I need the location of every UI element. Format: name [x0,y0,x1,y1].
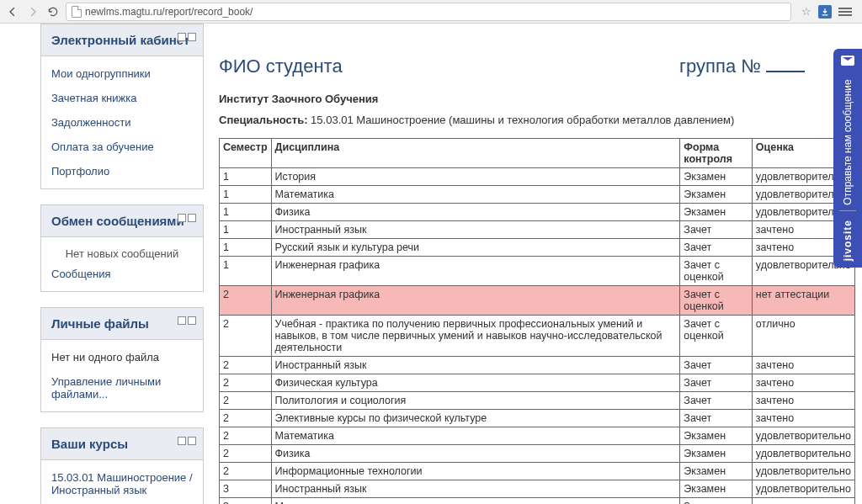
settings-icon[interactable] [188,316,196,325]
cell-form: Зачет [680,392,752,410]
institute-line: Институт Заочного Обучения [219,93,855,105]
sidebar-item-cabinet-3[interactable]: Оплата за обучение [41,135,203,159]
table-row: 3Иностранный языкЭкзаменудовлетворительн… [220,480,855,498]
cell-form: Экзамен [680,480,752,498]
browser-toolbar: ☆ [0,0,862,24]
cell-disc: Физика [271,204,680,221]
table-row: 1Русский язык и культура речиЗачетзачтен… [220,239,855,257]
forward-button[interactable] [25,4,40,19]
block-cabinet-title: Электронный кабинет [41,24,203,56]
table-row: 2ФизикаЭкзаменудовлетворительно [220,445,855,463]
col-semester: Семестр [220,139,272,168]
jivosite-tab[interactable]: jivosite Отправьте нам сообщение [833,49,862,268]
cell-form: Зачет [680,410,752,427]
page-icon [72,6,82,18]
block-files-title: Личные файлы [41,308,203,340]
reload-button[interactable] [45,4,61,19]
cell-form: Зачет [680,498,752,505]
cell-grade: зачтено [752,357,854,374]
cell-disc: Русский язык и культура речи [271,239,680,257]
sidebar-item-cabinet-4[interactable]: Портфолио [41,159,203,183]
messages-link[interactable]: Сообщения [41,262,203,286]
address-bar[interactable] [66,3,791,21]
cell-disc: Элективные курсы по физической культуре [271,410,680,427]
speciality-line: Специальность: 15.03.01 Машиностроение (… [219,114,855,126]
cell-grade: удовлетворительно [752,427,854,445]
cell-sem: 2 [220,427,272,445]
no-files-text: Нет ни одного файла [41,345,203,369]
cell-form: Экзамен [680,168,752,186]
sidebar-item-cabinet-1[interactable]: Зачетная книжка [41,86,203,110]
table-row: 1Иностранный языкЗачетзачтено [220,221,855,239]
cell-sem: 1 [220,221,272,239]
block-messages: Обмен сообщениями Нет новых сообщений Со… [40,204,204,292]
no-messages-text: Нет новых сообщений [41,242,203,262]
cell-form: Зачет [680,357,752,374]
group-label: группа № [679,56,805,77]
jivosite-brand: jivosite [842,220,854,261]
cell-form: Зачет [680,239,752,257]
mail-icon [841,56,854,66]
settings-icon[interactable] [188,33,196,41]
cell-sem: 1 [220,204,272,221]
main-content: ФИО студента группа № Институт Заочного … [210,24,862,504]
table-row: 3МатематикаЗачетзачтено [220,498,855,505]
table-row: 2Информационные технологииЭкзаменудовлет… [220,463,855,480]
cell-sem: 2 [220,410,272,427]
table-row: 2Инженерная графикаЗачет с оценкойнет ат… [220,286,855,316]
cell-grade: удовлетворительно [752,463,854,480]
back-button[interactable] [5,4,20,19]
cell-grade: зачтено [752,410,854,427]
block-files: Личные файлы Нет ни одного файла Управле… [40,307,204,412]
cell-form: Экзамен [680,427,752,445]
cell-sem: 2 [220,286,272,316]
jivosite-text: Отправьте нам сообщение [842,66,854,205]
cell-disc: Инженерная графика [271,257,680,286]
collapse-icon[interactable] [178,214,186,222]
url-input[interactable] [85,6,785,18]
cell-sem: 2 [220,374,272,392]
table-row: 2Учебная - практика по получению первичн… [220,316,855,357]
table-row: 1Инженерная графикаЗачет с оценкойудовле… [220,257,855,286]
cell-grade: зачтено [752,392,854,410]
cell-disc: Иностранный язык [271,221,680,239]
cell-sem: 2 [220,392,272,410]
cell-form: Зачет [680,374,752,392]
collapse-icon[interactable] [178,437,186,445]
cell-form: Зачет [680,221,752,239]
cell-form: Зачет с оценкой [680,316,752,357]
cell-sem: 2 [220,357,272,374]
manage-files-link[interactable]: Управление личными файлами... [41,369,203,406]
sidebar-item-cabinet-2[interactable]: Задолженности [41,110,203,135]
grades-table: Семестр Дисциплина Форма контроля Оценка… [219,138,855,504]
cell-sem: 2 [220,463,272,480]
bookmark-star-icon[interactable]: ☆ [801,5,811,18]
hamburger-menu-icon[interactable] [838,8,852,16]
cell-form: Экзамен [680,186,752,204]
sidebar-item-cabinet-0[interactable]: Мои одногруппники [41,61,203,86]
cell-grade: отлично [752,316,854,357]
cell-sem: 3 [220,498,272,505]
sidebar: Электронный кабинет Мои одногруппникиЗач… [0,24,210,504]
download-icon[interactable] [818,5,832,19]
table-row: 2Физическая культураЗачетзачтено [220,374,855,392]
settings-icon[interactable] [188,437,196,445]
cell-disc: Математика [271,498,680,505]
cell-form: Экзамен [680,463,752,480]
cell-disc: Учебная - практика по получению первичны… [271,316,680,357]
cell-disc: Математика [271,186,680,204]
cell-sem: 1 [220,186,272,204]
table-row: 2Элективные курсы по физической культуре… [220,410,855,427]
cell-sem: 1 [220,239,272,257]
cell-grade: зачтено [752,374,854,392]
col-discipline: Дисциплина [271,139,680,168]
cell-form: Зачет с оценкой [680,257,752,286]
settings-icon[interactable] [188,214,196,222]
course-link-0[interactable]: 15.03.01 Машиностроение / Иностранный яз… [41,465,203,502]
cell-sem: 2 [220,316,272,357]
table-row: 1МатематикаЭкзаменудовлетворительно [220,186,855,204]
collapse-icon[interactable] [178,33,186,41]
collapse-icon[interactable] [178,316,186,325]
cell-sem: 1 [220,168,272,186]
cell-sem: 1 [220,257,272,286]
